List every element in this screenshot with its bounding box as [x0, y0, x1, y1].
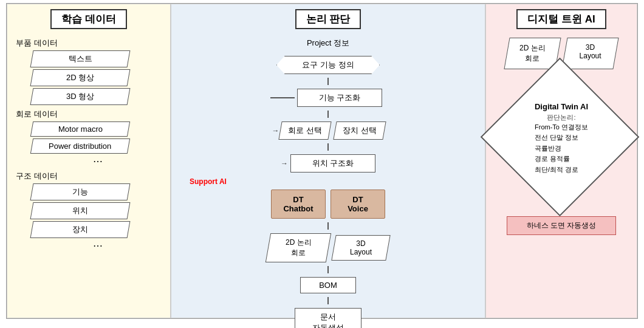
connector3 — [327, 143, 329, 151]
node-docs: 문서 자동생성 — [295, 308, 361, 328]
box-motor: Motor macro — [30, 121, 130, 137]
box-3d: 3D 형상 — [30, 88, 131, 105]
dots2: ⋯ — [32, 240, 164, 251]
right-flow: 2D 논리 회로 3D Layout Digital Twin AI 판단논리:… — [492, 38, 631, 235]
right-3d: 3D Layout — [561, 38, 618, 69]
diamond-line4: 경로 용적률 — [535, 154, 588, 165]
connector2 — [327, 111, 329, 118]
dt-chatbot: DT Chatbot — [271, 190, 326, 219]
middle-header: 논리 판단 — [295, 9, 361, 29]
diamond-title: Digital Twin AI — [535, 102, 588, 111]
node-3d-layout: 3D Layout — [331, 235, 390, 261]
dots1: ⋯ — [32, 155, 164, 167]
diamond-content: Digital Twin AI 판단논리: From-To 연결정보 전선 단말… — [501, 78, 622, 199]
connector1 — [327, 78, 329, 85]
diamond-line3: 곡률반경 — [535, 143, 588, 154]
dt-voice: DT Voice — [331, 190, 385, 219]
group3-label: 구조 데이터 — [16, 171, 164, 182]
support-ai-label: Support AI — [190, 177, 227, 186]
dt-row: DT Chatbot DT Voice — [271, 190, 385, 219]
middle-flow: Project 정보 요구 기능 정의 기능 구조화 → 회로 선택 — [177, 38, 479, 328]
diamond-line5: 최단/최적 경로 — [535, 165, 588, 176]
box-power: Power distribution — [30, 138, 130, 154]
middle-column: 논리 판단 Project 정보 요구 기능 정의 기능 구조화 → — [171, 4, 485, 318]
box-dev: 장치 — [30, 221, 131, 238]
box-pos: 위치 — [30, 202, 131, 219]
box-func: 기능 — [30, 183, 131, 200]
diagram-wrapper: 학습 데이터 부품 데이터 텍스트 2D 형상 3D 형상 회로 데이터 Mot… — [6, 3, 638, 319]
node-bom: BOM — [300, 277, 356, 293]
left-header: 학습 데이터 — [50, 9, 127, 29]
group2-label: 회로 데이터 — [16, 109, 164, 120]
diamond-line1: From-To 연결정보 — [535, 122, 588, 133]
node-circuit: 회로 선택 — [279, 121, 332, 140]
node-requirements: 요구 기능 정의 — [276, 56, 380, 74]
diamond-subtitle: 판단논리: — [547, 113, 575, 122]
right-header: 디지털 트윈 AI — [516, 9, 606, 29]
node-function-structure: 기능 구조화 — [297, 89, 382, 107]
circuit-device-row: → 회로 선택 장치 선택 — [272, 121, 384, 140]
group1-label: 부품 데이터 — [16, 38, 164, 49]
project-label: Project 정보 — [307, 38, 349, 49]
box-2d: 2D 형상 — [30, 69, 131, 86]
layout-row: 2D 논리 회로 3D Layout — [268, 233, 388, 262]
diamond-lines: From-To 연결정보 전선 단말 정보 곡률반경 경로 용적률 최단/최적 … — [535, 122, 588, 176]
diamond-line2: 전선 단말 정보 — [535, 132, 588, 143]
connector4 — [327, 222, 329, 230]
node-device: 장치 선택 — [333, 121, 386, 140]
connector5 — [327, 266, 329, 273]
node-2d-circuit: 2D 논리 회로 — [265, 233, 331, 262]
left-column: 학습 데이터 부품 데이터 텍스트 2D 형상 3D 형상 회로 데이터 Mot… — [7, 4, 171, 318]
box-text: 텍스트 — [30, 50, 131, 67]
node-position: 위치 구조화 — [290, 154, 375, 173]
harness-box: 하네스 도면 자동생성 — [507, 216, 616, 235]
right-column: 디지털 트윈 AI 2D 논리 회로 3D Layout Digital Twi… — [485, 4, 637, 318]
connector6 — [327, 297, 329, 304]
diamond-section: Digital Twin AI 판단논리: From-To 연결정보 전선 단말… — [501, 78, 622, 199]
